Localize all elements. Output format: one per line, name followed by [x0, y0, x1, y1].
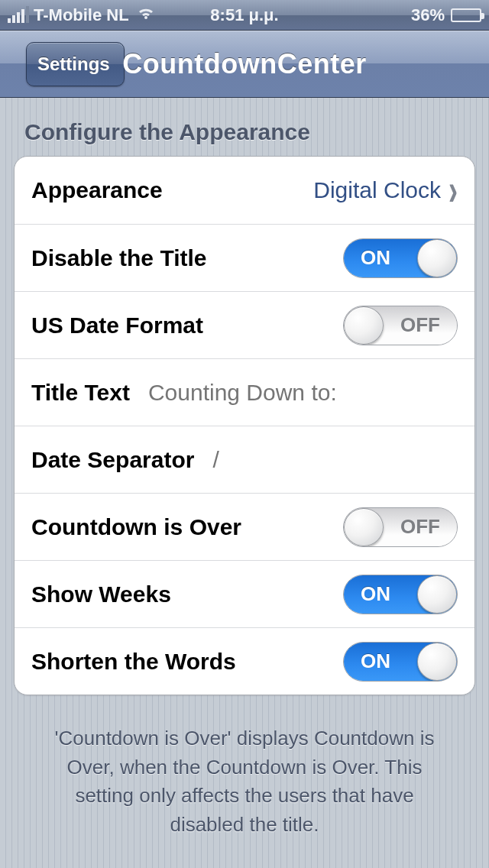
nav-bar: Settings CountdownCenter [0, 31, 489, 98]
battery-icon [451, 8, 481, 22]
countdown-over-cell: Countdown is Over ON OFF [15, 493, 474, 560]
carrier-label: T-Mobile NL [34, 5, 129, 25]
us-date-format-label: US Date Format [31, 313, 203, 338]
shorten-words-cell: Shorten the Words ON OFF [15, 627, 474, 695]
us-date-format-cell: US Date Format ON OFF [15, 291, 474, 358]
title-text-input[interactable] [148, 380, 458, 406]
appearance-cell[interactable]: Appearance Digital Clock › [15, 157, 474, 224]
settings-group: Appearance Digital Clock › Disable the T… [14, 156, 475, 695]
disable-title-label: Disable the Title [31, 245, 207, 271]
title-text-label: Title Text [31, 380, 130, 406]
signal-bars-icon [8, 8, 29, 23]
disable-title-toggle[interactable]: ON OFF [343, 238, 458, 278]
show-weeks-cell: Show Weeks ON OFF [15, 560, 474, 627]
back-button[interactable]: Settings [26, 42, 125, 86]
section-header: Configure the Appearance [24, 119, 465, 145]
battery-percent-label: 36% [411, 5, 445, 25]
wifi-icon [137, 5, 155, 25]
back-button-label: Settings [37, 53, 110, 75]
show-weeks-toggle[interactable]: ON OFF [343, 575, 458, 614]
date-separator-label: Date Separator [31, 447, 194, 473]
section-footer: 'Countdown is Over' displays Countdown i… [40, 724, 449, 840]
page-title: CountdownCenter [122, 48, 366, 80]
countdown-over-toggle[interactable]: ON OFF [343, 507, 458, 547]
shorten-words-toggle[interactable]: ON OFF [343, 642, 458, 682]
us-date-format-toggle[interactable]: ON OFF [343, 306, 458, 345]
shorten-words-label: Shorten the Words [31, 649, 236, 675]
appearance-value: Digital Clock [313, 177, 441, 203]
show-weeks-label: Show Weeks [31, 581, 171, 607]
appearance-label: Appearance [31, 177, 163, 203]
chevron-right-icon: › [449, 168, 458, 212]
status-bar: T-Mobile NL 8:51 μ.μ. 36% [0, 0, 489, 31]
countdown-over-label: Countdown is Over [31, 514, 241, 540]
disable-title-cell: Disable the Title ON OFF [15, 224, 474, 291]
clock-label: 8:51 μ.μ. [210, 5, 278, 25]
date-separator-cell: Date Separator [15, 426, 474, 493]
date-separator-input[interactable] [212, 447, 475, 473]
title-text-cell: Title Text [15, 358, 474, 426]
